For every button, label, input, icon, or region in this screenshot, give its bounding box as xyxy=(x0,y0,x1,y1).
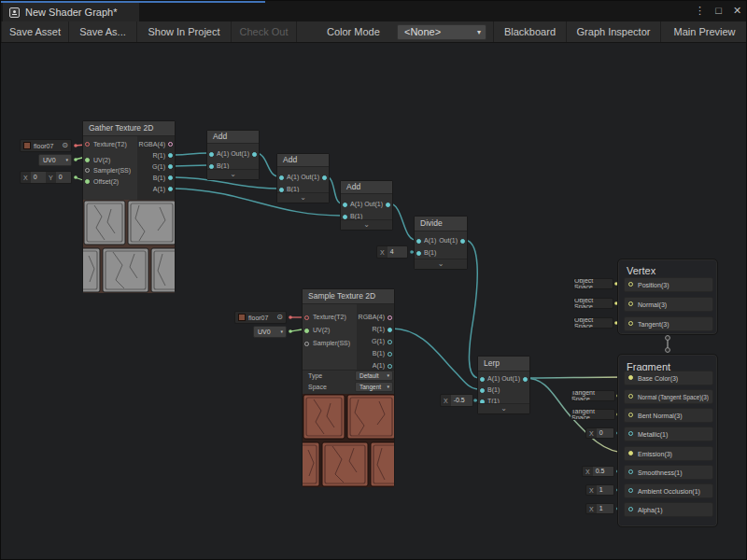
port-b-in[interactable] xyxy=(416,251,421,256)
node-title[interactable]: Divide xyxy=(415,217,467,231)
port-rgba-out[interactable] xyxy=(388,315,392,320)
block-row-normal[interactable]: Normal(3) xyxy=(624,297,713,312)
port-r-out[interactable] xyxy=(168,153,173,158)
node-title[interactable]: Add xyxy=(341,181,392,194)
space-chip-object[interactable]: Object Space xyxy=(573,298,613,309)
block-row-bent-normal[interactable]: Bent Normal(3) xyxy=(624,408,713,423)
y-component-value[interactable]: 0 xyxy=(56,172,71,183)
port-bent-normal-in[interactable] xyxy=(628,413,633,417)
node-divide[interactable]: Divide A(1) B(1) Out(1) ⌄ xyxy=(414,216,468,270)
port-out[interactable] xyxy=(386,203,390,207)
space-chip-object[interactable]: Object Space xyxy=(573,317,613,329)
port-emission-in[interactable] xyxy=(628,451,633,455)
type-dropdown[interactable]: Default ▾ xyxy=(355,371,393,381)
space-dropdown[interactable]: Tangent ▾ xyxy=(355,382,393,392)
x-component-value[interactable]: 0 xyxy=(597,428,613,438)
port-out[interactable] xyxy=(252,152,257,157)
port-rgba-out[interactable] xyxy=(168,142,173,147)
x-component-value[interactable]: 4 xyxy=(388,246,407,258)
maximize-icon[interactable]: □ xyxy=(712,4,726,18)
port-alpha-in[interactable] xyxy=(628,507,633,511)
collapse-chevron-icon[interactable]: ⌄ xyxy=(415,259,467,269)
port-a-in[interactable] xyxy=(209,152,214,157)
offset-vector2-field[interactable]: X 0 Y 0 xyxy=(20,171,72,184)
window-menu-icon[interactable]: ⋮ xyxy=(693,4,707,18)
metallic-value-field[interactable]: X 0 xyxy=(585,427,614,439)
node-add-2[interactable]: Add A(1) B(1) Out(1) ⌄ xyxy=(276,153,330,203)
fragment-context-block[interactable]: Fragment Base Color(3) Normal (Tangent S… xyxy=(617,354,718,527)
tab-new-shader-graph[interactable]: New Shader Graph* xyxy=(3,3,139,21)
close-icon[interactable]: ✕ xyxy=(730,4,744,18)
port-uv-in[interactable] xyxy=(85,158,90,162)
graph-inspector-button[interactable]: Graph Inspector xyxy=(567,21,661,42)
space-chip-tangent[interactable]: Tangent Space xyxy=(571,390,615,401)
port-b-out[interactable] xyxy=(388,352,392,357)
node-title[interactable]: Add xyxy=(207,131,259,144)
x-component-value[interactable]: 0.5 xyxy=(593,467,613,476)
space-chip-tangent[interactable]: Tangent Space xyxy=(571,409,615,420)
port-texture-in[interactable] xyxy=(85,142,90,147)
block-row-emission[interactable]: Emission(3) xyxy=(624,446,713,461)
uv-channel-dropdown[interactable]: UV0 ▾ xyxy=(38,154,72,166)
port-a-out[interactable] xyxy=(168,187,173,191)
node-add-3[interactable]: Add A(1) B(1) Out(1) ⌄ xyxy=(340,180,393,231)
collapse-chevron-icon[interactable]: ⌄ xyxy=(207,169,259,179)
color-mode-dropdown[interactable]: <None> ▾ xyxy=(397,24,486,40)
blackboard-button[interactable]: Blackboard xyxy=(493,21,567,42)
alpha-value-field[interactable]: X 1 xyxy=(585,503,614,514)
save-asset-button[interactable]: Save Asset xyxy=(1,21,69,42)
port-normal-ts-in[interactable] xyxy=(628,394,633,399)
block-row-metallic[interactable]: Metallic(1) xyxy=(624,427,713,441)
port-g-out[interactable] xyxy=(168,164,173,169)
node-add-1[interactable]: Add A(1) B(1) Out(1) ⌄ xyxy=(206,130,260,180)
block-row-alpha[interactable]: Alpha(1) xyxy=(624,502,713,517)
vertex-context-block[interactable]: Vertex Position(3) Normal(3) Tangent(3) xyxy=(617,259,718,335)
port-texture-in[interactable] xyxy=(304,315,309,320)
space-chip-object[interactable]: Object Space xyxy=(573,278,613,289)
block-row-normal-ts[interactable]: Normal (Tangent Space)(3) xyxy=(624,389,713,404)
port-sampler-in[interactable] xyxy=(85,168,90,173)
node-sample-texture-2d[interactable]: Sample Texture 2D Texture(T2) UV(2) Samp… xyxy=(302,288,395,486)
port-metallic-in[interactable] xyxy=(628,431,633,436)
port-a-in[interactable] xyxy=(279,175,284,180)
x-component-value[interactable]: 1 xyxy=(597,485,613,495)
port-a-out[interactable] xyxy=(388,364,392,369)
x-component-value[interactable]: 1 xyxy=(597,504,613,513)
lerp-t-value-field[interactable]: X -0.5 xyxy=(440,394,473,407)
block-row-tangent[interactable]: Tangent(3) xyxy=(624,316,713,331)
port-b-in[interactable] xyxy=(480,388,485,393)
divide-b-value-field[interactable]: X 4 xyxy=(376,245,408,259)
port-out[interactable] xyxy=(460,239,465,244)
node-gather-texture-2d[interactable]: Gather Texture 2D Texture(T2) UV(2) Samp… xyxy=(82,120,176,292)
texture-asset-field[interactable]: floor07 ⊙ xyxy=(20,139,72,152)
save-as-button[interactable]: Save As... xyxy=(69,21,137,42)
collapse-chevron-icon[interactable]: ⌄ xyxy=(478,403,529,413)
port-base-color-in[interactable] xyxy=(628,375,633,380)
block-row-smoothness[interactable]: Smoothness(1) xyxy=(624,465,713,480)
port-tangent-in[interactable] xyxy=(628,321,633,326)
collapse-chevron-icon[interactable]: ⌄ xyxy=(277,192,329,203)
port-a-in[interactable] xyxy=(343,203,347,207)
port-smoothness-in[interactable] xyxy=(628,469,633,474)
node-title[interactable]: Lerp xyxy=(478,357,529,371)
port-offset-in[interactable] xyxy=(85,179,90,184)
port-sampler-in[interactable] xyxy=(304,342,309,346)
smoothness-value-field[interactable]: X 0.5 xyxy=(582,466,614,477)
port-g-out[interactable] xyxy=(388,340,392,344)
port-out[interactable] xyxy=(523,377,528,382)
port-normal-in[interactable] xyxy=(628,301,633,306)
collapse-chevron-icon[interactable]: ⌄ xyxy=(341,219,392,230)
node-lerp[interactable]: Lerp A(1) B(1) T(1) Out(1) ⌄ xyxy=(477,356,530,414)
node-title[interactable]: Sample Texture 2D xyxy=(303,289,394,304)
x-component-value[interactable]: 0 xyxy=(31,172,46,183)
block-row-base-color[interactable]: Base Color(3) xyxy=(624,371,713,385)
port-b-out[interactable] xyxy=(168,175,173,180)
port-ambient-occlusion-in[interactable] xyxy=(628,488,633,493)
main-preview-button[interactable]: Main Preview xyxy=(661,21,747,42)
port-r-out[interactable] xyxy=(388,328,392,332)
node-title[interactable]: Add xyxy=(277,154,329,167)
object-picker-icon[interactable]: ⊙ xyxy=(62,142,68,149)
port-out[interactable] xyxy=(322,175,327,180)
block-row-position[interactable]: Position(3) xyxy=(624,277,713,292)
port-a-in[interactable] xyxy=(480,377,485,382)
